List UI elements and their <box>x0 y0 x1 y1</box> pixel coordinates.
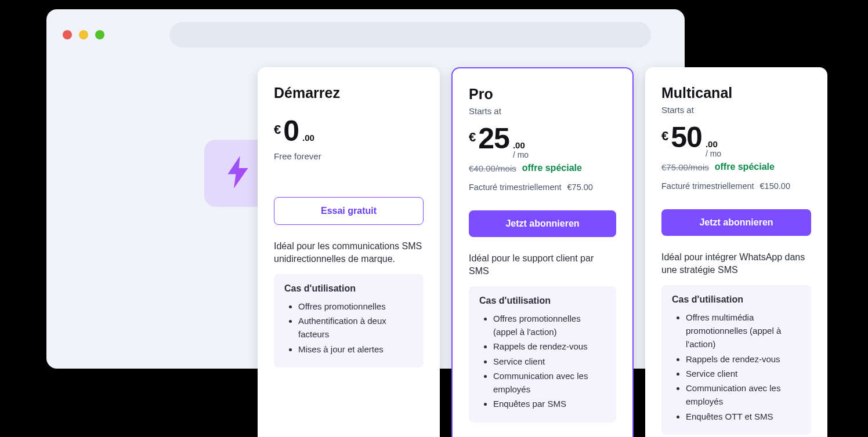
usecase-list: Offres promotionnelles (appel à l'action… <box>479 312 606 411</box>
usecase-item: Rappels de rendez-vous <box>686 352 801 366</box>
discount-row: €75.00/moisoffre spéciale <box>661 162 811 172</box>
usecase-item: Service client <box>493 355 606 368</box>
window-minimize-icon[interactable] <box>79 30 88 39</box>
window-close-icon[interactable] <box>63 30 72 39</box>
usecase-box: Cas d'utilisationOffres promotionnellesA… <box>274 274 424 367</box>
subscribe-button[interactable]: Jetzt abonnieren <box>469 210 616 237</box>
plan-name: Démarrez <box>274 85 424 101</box>
usecase-item: Communication avec les employés <box>493 369 606 396</box>
billing-note: Facturé trimestriellement€75.00 <box>469 183 616 192</box>
ideal-for-text: Idéal pour les communications SMS unidir… <box>274 240 424 266</box>
billing-amount: €75.00 <box>567 183 593 192</box>
per-month-label: / mo <box>706 149 721 158</box>
traffic-lights <box>63 30 104 39</box>
ideal-for-text: Idéal pour le support client par SMS <box>469 252 616 278</box>
title-bar <box>46 9 685 60</box>
usecase-list: Offres multimédia promotionnelles (appel… <box>672 311 801 423</box>
usecase-item: Authentification à deux facteurs <box>298 314 413 341</box>
special-offer-badge: offre spéciale <box>522 163 582 173</box>
currency-symbol: € <box>661 129 668 144</box>
subscribe-button[interactable]: Jetzt abonnieren <box>661 209 811 236</box>
price: €25.00/ mo <box>469 122 616 159</box>
special-offer-badge: offre spéciale <box>715 162 775 172</box>
usecase-title: Cas d'utilisation <box>284 283 413 294</box>
pricing-card: MulticanalStarts at€50.00/ mo€75.00/mois… <box>645 67 827 437</box>
usecase-title: Cas d'utilisation <box>479 296 606 306</box>
pricing-card: ProStarts at€25.00/ mo€40.00/moisoffre s… <box>451 67 634 437</box>
plan-name: Multicanal <box>661 85 811 101</box>
usecase-item: Communication avec les employés <box>686 381 801 409</box>
billing-amount: €150.00 <box>760 181 790 191</box>
price-amount: 0 <box>283 114 299 148</box>
billing-frequency: Facturé trimestriellement <box>661 181 754 191</box>
currency-symbol: € <box>274 122 281 137</box>
pricing-cards: Démarrez€0.00Free foreverEssai gratuitId… <box>258 67 827 437</box>
pricing-card: Démarrez€0.00Free foreverEssai gratuitId… <box>258 67 440 437</box>
price-cents: .00 <box>302 133 314 143</box>
usecase-item: Offres promotionnelles (appel à l'action… <box>493 312 606 339</box>
per-month-label: / mo <box>513 150 529 159</box>
old-price: €40.00/mois <box>469 163 516 173</box>
usecase-item: Offres promotionnelles <box>298 300 413 313</box>
window-maximize-icon[interactable] <box>95 30 104 39</box>
usecase-item: Offres multimédia promotionnelles (appel… <box>686 311 801 351</box>
price-suffix: .00/ mo <box>513 140 529 159</box>
price-amount: 25 <box>478 122 509 155</box>
billing-note: Facturé trimestriellement€150.00 <box>661 181 811 191</box>
free-trial-button[interactable]: Essai gratuit <box>274 197 424 225</box>
price-cents: .00 <box>706 139 721 149</box>
usecase-item: Enquêtes par SMS <box>493 397 606 410</box>
price: €0.00 <box>274 114 424 148</box>
ideal-for-text: Idéal pour intégrer WhatsApp dans une st… <box>661 251 811 277</box>
usecase-title: Cas d'utilisation <box>672 294 801 305</box>
address-bar[interactable] <box>169 22 651 48</box>
price-cents: .00 <box>513 140 529 150</box>
usecase-item: Rappels de rendez-vous <box>493 340 606 353</box>
usecase-item: Service client <box>686 367 801 380</box>
billing-frequency: Facturé trimestriellement <box>469 183 562 192</box>
price-suffix: .00 <box>302 133 314 143</box>
usecase-box: Cas d'utilisationOffres promotionnelles … <box>469 286 616 423</box>
starts-at-label: Starts at <box>469 106 616 116</box>
free-forever-note: Free forever <box>274 151 424 161</box>
usecase-item: Mises à jour et alertes <box>298 343 413 356</box>
discount-row: €40.00/moisoffre spéciale <box>469 163 616 173</box>
price-amount: 50 <box>671 121 702 154</box>
price-suffix: .00/ mo <box>706 139 721 158</box>
plan-name: Pro <box>469 86 616 103</box>
old-price: €75.00/mois <box>661 162 709 172</box>
usecase-box: Cas d'utilisationOffres multimédia promo… <box>661 285 811 435</box>
starts-at-label: Starts at <box>661 105 811 115</box>
currency-symbol: € <box>469 130 476 145</box>
usecase-list: Offres promotionnellesAuthentification à… <box>284 300 413 356</box>
lightning-icon <box>225 156 251 191</box>
price: €50.00/ mo <box>661 121 811 158</box>
usecase-item: Enquêtes OTT et SMS <box>686 410 801 423</box>
